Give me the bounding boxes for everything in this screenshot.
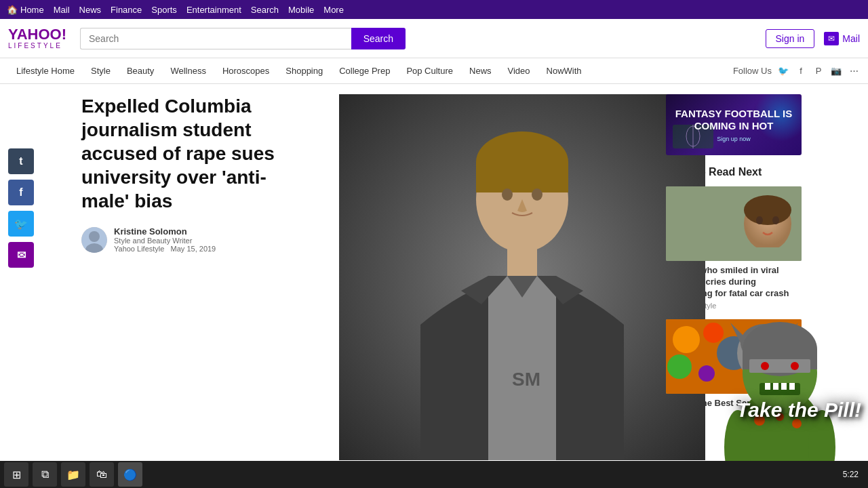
start-button[interactable]: ⊞ [4, 462, 28, 487]
author-outlet: Yahoo Lifestyle May 15, 2019 [114, 245, 216, 253]
secnav-pop-culture[interactable]: Pop Culture [398, 59, 461, 83]
svg-rect-9 [507, 249, 537, 276]
svg-point-19 [772, 216, 779, 224]
secnav-video[interactable]: Video [500, 59, 538, 83]
file-explorer-button[interactable]: 📁 [61, 462, 85, 487]
follow-us: Follow Us 🐦 f P 📷 ⋯ [733, 65, 860, 77]
svg-rect-6 [476, 162, 568, 192]
left-sidebar: t f 🐦 ✉ [0, 84, 68, 488]
secnav-news[interactable]: News [461, 59, 500, 83]
share-facebook-button[interactable]: f [8, 180, 34, 205]
store-button[interactable]: 🛍 [90, 462, 114, 487]
taskbar-time: 5:22 [843, 470, 864, 479]
svg-point-8 [532, 188, 542, 201]
svg-rect-10 [488, 276, 556, 460]
nav-home[interactable]: 🏠 Home [7, 5, 44, 15]
share-tumblr-button[interactable]: t [8, 148, 34, 174]
svg-point-1 [89, 231, 100, 242]
svg-rect-43 [765, 383, 770, 390]
sec-nav-items: Lifestyle Home Style Beauty Wellness Hor… [8, 59, 733, 83]
mail-link[interactable]: ✉ Mail [824, 32, 860, 45]
svg-point-40 [761, 362, 769, 370]
chrome-button[interactable]: 🔵 [118, 462, 142, 487]
home-icon: 🏠 [7, 5, 18, 15]
svg-rect-45 [781, 383, 787, 390]
twitter-icon[interactable]: 🐦 [777, 65, 789, 77]
sign-in-button[interactable]: Sign in [766, 29, 815, 48]
site-logo[interactable]: YAHOO! LIFESTYLE [8, 27, 69, 49]
secondary-navigation: Lifestyle Home Style Beauty Wellness Hor… [0, 58, 868, 84]
article-left: Expelled Columbia journalism student acc… [81, 94, 339, 460]
secnav-lifestyle-home[interactable]: Lifestyle Home [8, 59, 83, 83]
top-navigation: 🏠 Home Mail News Finance Sports Entertai… [0, 0, 868, 19]
article-title: Expelled Columbia journalism student acc… [81, 94, 298, 213]
facebook-icon[interactable]: f [795, 65, 807, 77]
secnav-horoscopes[interactable]: Horoscopes [214, 59, 277, 83]
site-header: YAHOO! LIFESTYLE Search Sign in ✉ Mail [0, 19, 868, 58]
author-block: Kristine Solomon Style and Beauty Writer… [81, 226, 339, 253]
nav-news[interactable]: News [79, 5, 102, 15]
nav-mobile[interactable]: Mobile [288, 5, 314, 15]
article-date: May 15, 2019 [171, 245, 216, 253]
secnav-college-prep[interactable]: College Prep [331, 59, 398, 83]
popup-text: Take the Pill! [736, 400, 861, 420]
svg-text:SM: SM [512, 369, 540, 390]
more-social-icon[interactable]: ⋯ [848, 65, 860, 77]
secnav-wellness[interactable]: Wellness [162, 59, 214, 83]
search-form: Search [80, 28, 406, 49]
article-area: Expelled Columbia journalism student acc… [68, 84, 658, 488]
svg-rect-39 [749, 359, 810, 373]
svg-point-18 [756, 216, 763, 224]
secnav-nowwith[interactable]: NowWith [538, 59, 590, 83]
overlay-popup[interactable]: Take the Pill! [637, 271, 868, 488]
read-next-image-1 [666, 186, 802, 261]
search-input[interactable] [80, 28, 351, 49]
mail-icon: ✉ [824, 32, 839, 45]
nav-search[interactable]: Search [251, 5, 279, 15]
pinterest-icon[interactable]: P [812, 65, 825, 77]
search-button[interactable]: Search [351, 28, 406, 49]
secnav-beauty[interactable]: Beauty [119, 59, 162, 83]
article-layout: Expelled Columbia journalism student acc… [81, 94, 644, 460]
svg-point-7 [502, 188, 513, 201]
author-avatar [81, 227, 107, 253]
author-name: Kristine Solomon [114, 226, 216, 237]
author-role: Style and Beauty Writer [114, 237, 216, 245]
secnav-style[interactable]: Style [83, 59, 119, 83]
nav-sports[interactable]: Sports [151, 5, 177, 15]
nav-finance[interactable]: Finance [111, 5, 142, 15]
share-email-button[interactable]: ✉ [8, 242, 34, 268]
svg-rect-46 [789, 383, 795, 390]
secnav-shopping[interactable]: Shopping [277, 59, 331, 83]
nav-more[interactable]: More [323, 5, 344, 15]
task-view-button[interactable]: ⧉ [33, 462, 57, 487]
share-twitter-button[interactable]: 🐦 [8, 211, 34, 237]
header-right: Sign in ✉ Mail [766, 29, 860, 48]
author-info: Kristine Solomon Style and Beauty Writer… [114, 226, 216, 253]
nav-mail[interactable]: Mail [54, 5, 70, 15]
svg-rect-44 [773, 383, 778, 390]
svg-rect-20 [744, 247, 791, 261]
nav-entertainment[interactable]: Entertainment [186, 5, 241, 15]
instagram-icon[interactable]: 📷 [830, 65, 842, 77]
taskbar: ⊞ ⧉ 📁 🛍 🔵 5:22 [0, 461, 868, 488]
share-buttons: t f 🐦 ✉ [8, 148, 68, 268]
svg-point-41 [791, 362, 799, 370]
svg-point-17 [744, 195, 791, 225]
ad-banner[interactable]: FANTASY FOOTBALL IS COMING IN HOT Sign u… [666, 94, 802, 155]
